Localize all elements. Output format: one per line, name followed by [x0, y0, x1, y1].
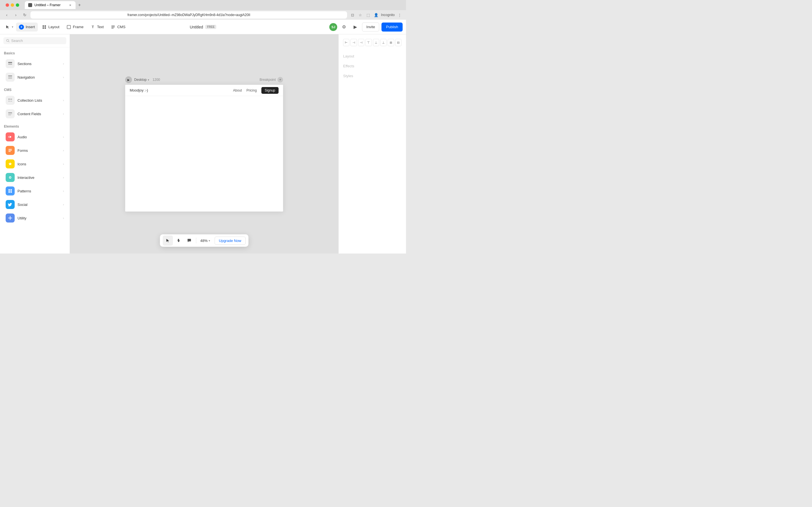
upgrade-btn[interactable]: Upgrade Now — [214, 237, 246, 245]
sidebar-item-icons[interactable]: Icons › — [2, 158, 68, 170]
frame-play-btn[interactable]: ▶ — [125, 76, 132, 83]
frame-name[interactable]: Desktop ▾ — [134, 78, 149, 82]
sidebar-item-interactive[interactable]: Interactive › — [2, 171, 68, 184]
navigation-chevron: › — [63, 75, 64, 79]
sidebar-left: Basics Sections › — [0, 34, 70, 253]
text-btn[interactable]: T Text — [87, 22, 107, 32]
align-right-btn[interactable]: ⊣ — [358, 39, 364, 46]
content-fields-chevron: › — [63, 112, 64, 115]
bookmark-icon[interactable]: ☆ — [357, 12, 363, 18]
preview-about-link[interactable]: About — [233, 89, 242, 93]
svg-rect-12 — [8, 75, 12, 76]
sidebar-item-forms[interactable]: Forms › — [2, 144, 68, 157]
cms-btn[interactable]: CMS — [108, 22, 128, 32]
avatar-btn[interactable]: SJ — [329, 23, 337, 31]
svg-rect-29 — [10, 189, 12, 191]
new-tab-btn[interactable]: + — [75, 1, 84, 9]
frame-breakpoint[interactable]: Breakpoint + — [260, 77, 283, 82]
sidebar-item-audio[interactable]: Audio › — [2, 130, 68, 144]
svg-rect-3 — [45, 27, 46, 29]
select-tool-btn[interactable]: ▾ — [3, 22, 15, 32]
elements-header: Elements — [0, 121, 70, 130]
align-top-btn[interactable]: ⊤ — [365, 39, 371, 46]
svg-rect-10 — [8, 62, 12, 63]
profile-icon[interactable]: 👤 — [373, 12, 379, 18]
layout-section: Layout — [343, 54, 402, 58]
comment-tool-btn[interactable] — [184, 235, 194, 245]
invite-btn[interactable]: Invite — [362, 22, 379, 32]
canvas-area[interactable]: ▶ Desktop ▾ 1200 Breakpoint + Moodjoy :-… — [70, 34, 338, 253]
frame-btn[interactable]: Frame — [63, 22, 87, 32]
bottom-toolbar: 48% ▾ Upgrade Now — [160, 234, 248, 247]
menu-icon[interactable]: ⋮ — [396, 12, 403, 18]
window-close[interactable] — [6, 3, 9, 7]
svg-rect-24 — [8, 151, 11, 152]
sidebar-item-patterns[interactable]: Patterns › — [2, 184, 68, 198]
frame-toolbar: ▶ Desktop ▾ 1200 Breakpoint + — [125, 76, 283, 83]
preview-signup-btn[interactable]: Signup — [261, 87, 278, 94]
preview-nav-right: About Pricing Signup — [233, 87, 278, 94]
preview-logo: Moodjoy :-) — [130, 88, 148, 93]
window-maximize[interactable] — [16, 3, 19, 7]
refresh-btn[interactable]: ↻ — [21, 11, 28, 18]
frame-name-chevron: ▾ — [148, 78, 149, 81]
align-left-btn[interactable]: ⊢ — [343, 39, 349, 46]
hand-tool-btn[interactable] — [173, 235, 184, 245]
extensions-icon[interactable]: ⬚ — [365, 12, 371, 18]
layout-btn[interactable]: Layout — [39, 22, 62, 32]
preview-pricing-link[interactable]: Pricing — [246, 89, 257, 93]
svg-rect-14 — [8, 78, 12, 79]
forward-btn[interactable]: › — [12, 11, 19, 18]
utility-icon — [6, 214, 15, 223]
select-tool-canvas-btn[interactable] — [163, 235, 173, 245]
address-bar: ‹ › ↻ ⊡ ☆ ⬚ 👤 Incognito ⋮ — [0, 10, 406, 20]
navigation-icon — [6, 73, 15, 82]
svg-rect-30 — [8, 191, 10, 193]
insert-label: Insert — [26, 25, 35, 29]
cms-label: CMS — [117, 25, 125, 29]
url-bar[interactable] — [31, 11, 347, 18]
align-center-v-btn[interactable]: ⊥ — [373, 39, 379, 46]
sidebar-item-content-fields[interactable]: Content Fields › — [2, 107, 68, 120]
sidebar-item-collection-lists[interactable]: Collection Lists › — [2, 94, 68, 107]
svg-rect-23 — [8, 150, 12, 151]
distribute-h-btn[interactable]: ⊞ — [388, 39, 394, 46]
forms-icon — [6, 146, 15, 155]
publish-btn[interactable]: Publish — [382, 22, 403, 32]
audio-icon — [6, 132, 15, 142]
sidebar-item-social[interactable]: Social › — [2, 198, 68, 211]
distribute-v-btn[interactable]: ⊟ — [395, 39, 402, 46]
align-bottom-btn[interactable]: ⊥ — [380, 39, 387, 46]
main-toolbar: ▾ + Insert Layout Frame — [0, 20, 406, 34]
patterns-chevron: › — [63, 189, 64, 193]
sidebar-item-navigation[interactable]: Navigation › — [2, 71, 68, 83]
utility-chevron: › — [63, 216, 64, 220]
align-center-h-btn[interactable]: ⊣ — [350, 39, 357, 46]
icons-icon — [6, 159, 15, 168]
select-chevron: ▾ — [12, 25, 13, 29]
preview-btn[interactable]: ▶ — [351, 22, 360, 32]
svg-rect-1 — [45, 25, 46, 27]
interactive-label: Interactive — [17, 175, 60, 180]
frame-container: ▶ Desktop ▾ 1200 Breakpoint + Moodjoy :-… — [125, 76, 283, 212]
text-icon: T — [90, 24, 95, 30]
toolbar-right: SJ ⚙ ▶ Invite Publish — [329, 22, 403, 32]
sidebar-item-sections[interactable]: Sections › — [2, 57, 68, 70]
insert-btn[interactable]: + Insert — [16, 22, 38, 32]
main-area: Basics Sections › — [0, 34, 406, 253]
window-minimize[interactable] — [11, 3, 14, 7]
search-input[interactable] — [11, 39, 63, 43]
free-badge: FREE — [205, 25, 216, 29]
settings-btn[interactable]: ⚙ — [340, 22, 349, 32]
cast-icon[interactable]: ⊡ — [349, 12, 356, 18]
effects-section: Effects — [343, 64, 402, 68]
sidebar-item-utility[interactable]: Utility › — [2, 212, 68, 224]
content-fields-icon — [6, 109, 15, 118]
back-btn[interactable]: ‹ — [3, 11, 10, 18]
sidebar-right: ⊢ ⊣ ⊣ ⊤ ⊥ ⊥ ⊞ ⊟ Layout Effects Styles — [338, 34, 406, 253]
tab-close-btn[interactable]: ✕ — [68, 3, 72, 7]
add-breakpoint-btn[interactable]: + — [277, 77, 283, 82]
browser-tab[interactable]: Untitled – Framer ✕ — [25, 1, 75, 9]
collection-lists-icon — [6, 96, 15, 105]
zoom-control[interactable]: 48% ▾ — [198, 238, 212, 243]
